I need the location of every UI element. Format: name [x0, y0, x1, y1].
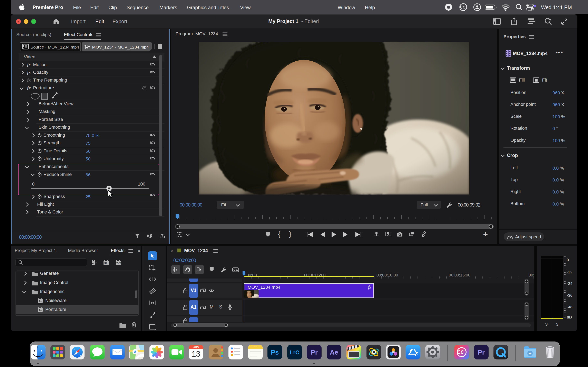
svg-text:Pr: Pr: [478, 349, 485, 356]
svg-text:32: 32: [104, 262, 107, 265]
svg-text:13: 13: [192, 350, 200, 358]
svg-text:YUV: YUV: [116, 262, 121, 264]
svg-text:LrC: LrC: [290, 350, 300, 356]
svg-text:Pr: Pr: [311, 349, 318, 356]
svg-text:Ae: Ae: [330, 349, 338, 356]
svg-text:AUG: AUG: [193, 346, 199, 349]
svg-text:Ps: Ps: [271, 349, 279, 356]
